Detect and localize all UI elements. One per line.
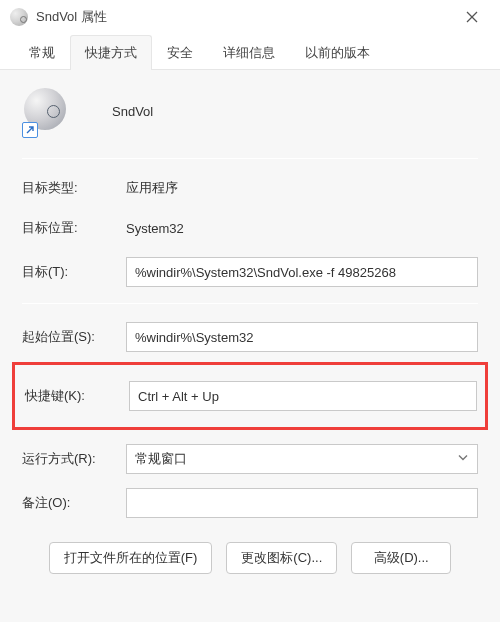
run-mode-value: 常规窗口 [135,450,187,468]
row-hotkey: 快捷键(K): [23,377,477,415]
divider [22,158,478,159]
tab-general[interactable]: 常规 [14,35,70,70]
row-start-in: 起始位置(S): [22,318,478,356]
row-run-mode: 运行方式(R): 常规窗口 [22,440,478,478]
advanced-button[interactable]: 高级(D)... [351,542,451,574]
label-start-in: 起始位置(S): [22,328,126,346]
close-button[interactable] [452,0,492,34]
run-mode-select[interactable]: 常规窗口 [126,444,478,474]
target-input[interactable] [126,257,478,287]
titlebar: SndVol 属性 [0,0,500,34]
comment-input[interactable] [126,488,478,518]
label-hotkey: 快捷键(K): [23,387,129,405]
label-target-type: 目标类型: [22,179,126,197]
row-target-type: 目标类型: 应用程序 [22,173,478,203]
start-in-input[interactable] [126,322,478,352]
change-icon-button[interactable]: 更改图标(C)... [226,542,337,574]
shortcut-icon-wrap[interactable] [24,88,70,134]
divider [22,303,478,304]
value-target-location: System32 [126,221,184,236]
shortcut-name: SndVol [112,104,153,119]
label-target: 目标(T): [22,263,126,281]
close-icon [466,11,478,23]
row-target: 目标(T): [22,253,478,291]
tab-details[interactable]: 详细信息 [208,35,290,70]
sndvol-icon [10,8,28,26]
label-target-location: 目标位置: [22,219,126,237]
row-target-location: 目标位置: System32 [22,213,478,243]
hotkey-highlight: 快捷键(K): [12,362,488,430]
row-comment: 备注(O): [22,484,478,522]
tab-strip: 常规 快捷方式 安全 详细信息 以前的版本 [0,34,500,70]
tab-content: SndVol 目标类型: 应用程序 目标位置: System32 目标(T): … [0,70,500,622]
window-title: SndVol 属性 [36,8,107,26]
hotkey-input[interactable] [129,381,477,411]
shortcut-header: SndVol [22,88,478,134]
label-run-mode: 运行方式(R): [22,450,126,468]
tab-previous-versions[interactable]: 以前的版本 [290,35,385,70]
tab-security[interactable]: 安全 [152,35,208,70]
value-target-type: 应用程序 [126,179,178,197]
shortcut-arrow-icon [22,122,38,138]
tab-shortcut[interactable]: 快捷方式 [70,35,152,70]
button-row: 打开文件所在的位置(F) 更改图标(C)... 高级(D)... [22,542,478,574]
label-comment: 备注(O): [22,494,126,512]
open-file-location-button[interactable]: 打开文件所在的位置(F) [49,542,213,574]
chevron-down-icon [457,452,469,467]
